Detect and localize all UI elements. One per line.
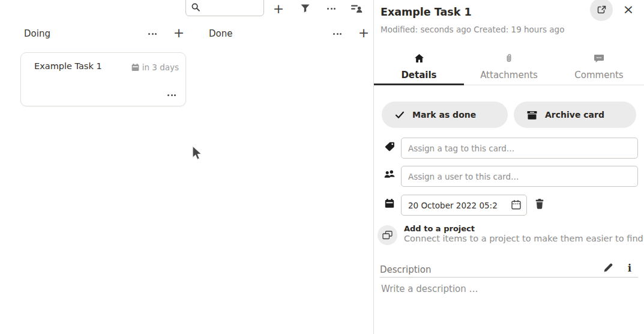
add-card-button[interactable]: +: [270, 1, 287, 17]
board-pane: + Doing + Done: [0, 0, 373, 334]
search-input[interactable]: [203, 1, 263, 16]
card-due-date: in 3 days: [131, 62, 179, 72]
tab-attachments-label: Attachments: [464, 70, 554, 80]
due-date-field[interactable]: [401, 195, 527, 216]
column-title-done: Done: [209, 28, 232, 39]
open-in-window-button[interactable]: [590, 0, 613, 21]
add-to-project-subtitle: Connect items to a project to make them …: [404, 234, 643, 243]
tab-comments[interactable]: Comments: [554, 50, 644, 85]
tab-comments-label: Comments: [554, 70, 644, 80]
description-divider: [380, 277, 638, 278]
description-info-button[interactable]: i: [625, 262, 634, 274]
search-entry[interactable]: [185, 0, 264, 16]
assign-tag-input[interactable]: [401, 138, 638, 159]
due-date-input[interactable]: [408, 195, 498, 215]
description-placeholder[interactable]: Write a description …: [381, 284, 478, 294]
archive-card-button[interactable]: Archive card: [514, 102, 636, 128]
filter-funnel-icon: [301, 4, 310, 13]
board-menu-button[interactable]: [325, 5, 337, 12]
archive-box-icon: [527, 111, 537, 120]
card-details-panel: Example Task 1 Modified: seconds ago Cre…: [374, 0, 644, 334]
plus-icon: +: [273, 2, 284, 16]
ellipsis-icon: [148, 33, 157, 35]
trash-icon: [535, 199, 544, 209]
search-icon: [191, 3, 200, 11]
users-icon: [384, 170, 396, 178]
card-title: Example Task 1: [34, 61, 102, 71]
close-icon: ×: [623, 2, 634, 17]
mouse-cursor: [190, 145, 203, 162]
mark-as-done-label: Mark as done: [412, 110, 476, 120]
plus-icon: +: [358, 26, 369, 40]
card-filter-user-button[interactable]: [350, 2, 364, 14]
card-menu-button[interactable]: [167, 94, 176, 96]
add-to-project-button[interactable]: [378, 225, 397, 245]
task-card[interactable]: Example Task 1 in 3 days: [20, 52, 186, 106]
filter-button[interactable]: [299, 4, 310, 13]
description-label: Description: [380, 264, 431, 275]
list-person-icon: [351, 3, 364, 14]
mark-as-done-button[interactable]: Mark as done: [382, 102, 508, 128]
tag-icon: [384, 142, 396, 151]
calendar-outline-icon: [511, 199, 522, 210]
ellipsis-icon: [327, 8, 336, 10]
active-tab-indicator: [374, 84, 464, 86]
pencil-icon: [603, 263, 613, 273]
close-panel-button[interactable]: ×: [621, 1, 636, 18]
panel-meta: Modified: seconds ago Created: 19 hours …: [381, 25, 564, 34]
calendar-icon: [131, 64, 139, 71]
comment-bubble-icon: [554, 53, 644, 63]
info-icon: i: [628, 263, 631, 274]
assign-user-input[interactable]: [401, 166, 638, 187]
calendar-icon: [384, 199, 396, 208]
open-calendar-button[interactable]: [510, 199, 522, 211]
add-to-project-title[interactable]: Add to a project: [404, 224, 475, 233]
plus-icon: +: [173, 26, 184, 40]
column-doing-menu-button[interactable]: [147, 30, 158, 37]
stacked-projects-icon: [382, 231, 393, 240]
ellipsis-icon: [167, 94, 176, 96]
panel-title: Example Task 1: [381, 6, 472, 18]
column-done-menu-button[interactable]: [332, 30, 343, 37]
home-icon: [374, 53, 464, 63]
column-done-add-button[interactable]: +: [358, 25, 370, 41]
archive-card-label: Archive card: [545, 110, 604, 120]
column-title-doing: Doing: [24, 28, 50, 39]
check-icon: [395, 111, 405, 119]
paperclip-icon: [464, 53, 554, 63]
ellipsis-icon: [333, 33, 342, 35]
tab-attachments[interactable]: Attachments: [464, 50, 554, 85]
kanban-app: + Doing + Done: [0, 0, 644, 334]
column-doing-add-button[interactable]: +: [173, 25, 185, 41]
card-due-label: in 3 days: [142, 62, 179, 72]
export-icon: [597, 5, 607, 15]
tab-details-label: Details: [374, 70, 464, 80]
remove-due-date-button[interactable]: [534, 199, 546, 211]
panel-tabs: Details Attachments Comments: [374, 50, 644, 85]
edit-description-button[interactable]: [602, 263, 614, 275]
tab-details[interactable]: Details: [374, 50, 464, 85]
